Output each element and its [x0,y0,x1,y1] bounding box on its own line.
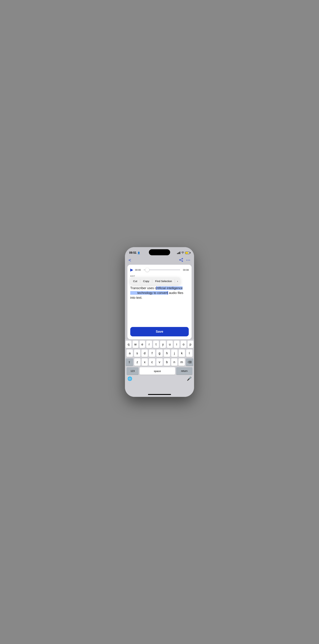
key-x[interactable]: x [142,358,148,366]
key-y[interactable]: y [160,341,166,348]
key-p[interactable]: p [188,341,193,348]
time-display: 09:51 [129,251,136,254]
key-w[interactable]: w [133,341,138,348]
share-icon [179,258,183,262]
more-button[interactable]: ··· [186,258,191,262]
progress-thumb[interactable] [145,268,149,272]
total-time: 00:08 [182,268,189,271]
key-j[interactable]: j [171,350,178,357]
save-button[interactable]: Save [130,327,189,336]
key-n[interactable]: n [171,358,178,366]
key-r[interactable]: r [146,341,152,348]
key-h[interactable]: h [164,350,170,357]
copy-menu-item[interactable]: Copy [140,278,152,284]
signal-icon [177,252,180,254]
key-e[interactable]: e [139,341,145,348]
share-button[interactable] [179,258,183,262]
key-d[interactable]: d [141,350,148,357]
globe-button[interactable]: 🌐 [127,376,132,381]
phone-frame: 09:51 👤 [125,247,194,397]
key-u[interactable]: u [167,341,173,348]
text-cursor-end [168,291,168,295]
dynamic-island [149,249,170,255]
transcript-area[interactable]: Transcriber uses crtificial intelligence… [130,286,189,325]
key-t[interactable]: t [153,341,159,348]
key-a[interactable]: a [127,350,133,357]
key-m[interactable]: m [178,358,185,366]
wifi-icon [181,252,184,254]
context-menu: Cut Copy Find Selection › [130,278,180,285]
nav-bar: < ··· [125,256,194,265]
mic-button[interactable]: 🎤 [187,376,192,381]
current-time: 00:00 [135,268,142,271]
phone-screen: 09:51 👤 [125,247,194,397]
key-v[interactable]: v [156,358,163,366]
audio-player: ▶ 00:00 00:08 [130,268,189,272]
content-card: ▶ 00:00 00:08 EDIT Cut Copy Find Selecti… [127,265,192,339]
key-s[interactable]: s [134,350,140,357]
keyboard-row-4: 123 space return [126,367,193,375]
svg-point-1 [182,261,183,262]
key-k[interactable]: k [179,350,185,357]
status-time: 09:51 👤 [129,251,140,254]
numbers-key[interactable]: 123 [127,367,139,375]
edit-label: EDIT [130,275,189,277]
keyboard-row-1: q w e r t y u i o p [126,341,193,348]
keyboard-bottom-row: 🌐 🎤 [126,376,193,382]
shift-key[interactable]: ⇧ [126,358,133,366]
battery-icon: ⚡ [185,252,190,254]
play-button[interactable]: ▶ [130,268,133,272]
status-icons: ⚡ [177,252,190,254]
svg-line-3 [180,259,182,260]
key-g[interactable]: g [156,350,163,357]
home-indicator [125,392,194,397]
key-o[interactable]: o [181,341,186,348]
more-menu-item[interactable]: › [175,279,180,284]
transcript-text-before: Transcriber uses c [130,286,156,290]
user-icon: 👤 [137,252,140,254]
key-i[interactable]: i [174,341,180,348]
key-c[interactable]: c [149,358,155,366]
key-q[interactable]: q [126,341,131,348]
key-l[interactable]: l [186,350,192,357]
key-z[interactable]: z [134,358,141,366]
svg-point-2 [179,260,180,260]
keyboard-row-2: a s d f g h j k l [126,350,193,357]
find-selection-menu-item[interactable]: Find Selection [152,278,175,284]
keyboard-area: q w e r t y u i o p a s d f g h j k [125,339,194,392]
key-f[interactable]: f [149,350,155,357]
svg-line-4 [180,260,182,261]
edit-section: EDIT Cut Copy Find Selection › Transcrib… [130,275,189,336]
home-bar [148,394,171,395]
key-b[interactable]: b [164,358,170,366]
progress-bar[interactable] [144,270,180,270]
back-button[interactable]: < [128,258,131,263]
nav-right-icons: ··· [179,258,191,262]
svg-point-0 [182,258,183,259]
space-key[interactable]: space [140,367,175,375]
backspace-key[interactable]: ⌫ [186,358,193,366]
keyboard-row-3: ⇧ z x c v b n m ⌫ [126,358,193,366]
cut-menu-item[interactable]: Cut [130,278,140,284]
return-key[interactable]: return [176,367,192,375]
